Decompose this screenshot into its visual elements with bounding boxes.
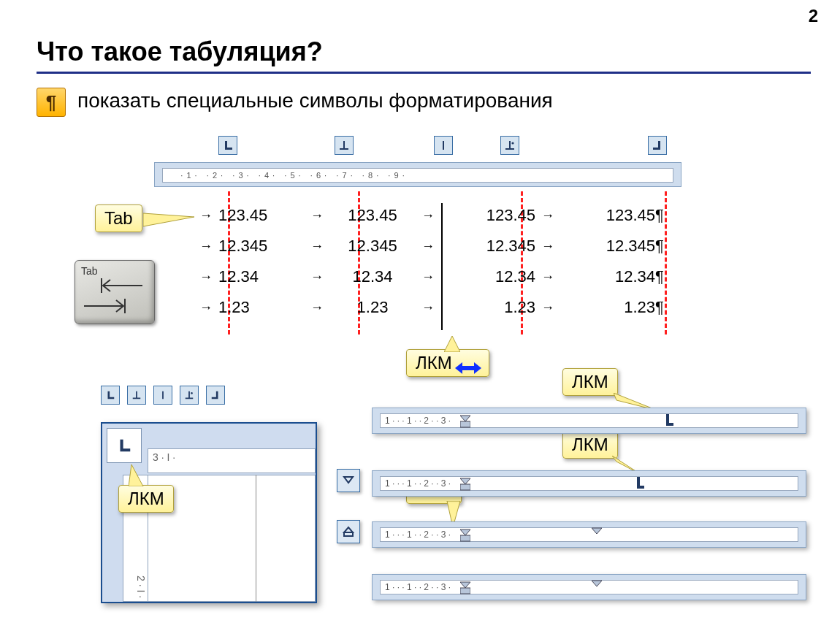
pilcrow-icon (655, 231, 664, 261)
tab-callout: Tab (95, 204, 142, 232)
ruler-example-2: 1 · · · 1 · · 2 · · 3 · (372, 470, 806, 497)
pilcrow-icon (655, 200, 664, 231)
indent-marker-icon (460, 410, 470, 430)
tabstop-selector-button[interactable] (107, 428, 142, 463)
cell: 123.45 (560, 200, 655, 231)
cell: 1.23 (440, 292, 535, 323)
cell: 123.45 (218, 200, 305, 231)
tab-arrow-icon: → (194, 231, 218, 261)
tab-arrow-icon: → (194, 292, 218, 323)
table-row: → 12.345 → 12.345 → 12.345 → 12.345 (194, 231, 690, 261)
svg-rect-19 (460, 421, 470, 427)
page-title: Что такое табуляция? (37, 37, 323, 67)
ruler-ticks: 1 · · · 1 · · 2 · · 3 · (380, 580, 798, 594)
tab-arrow-icon: → (416, 292, 440, 323)
svg-marker-7 (455, 362, 481, 374)
tabkey-label: Tab (81, 265, 98, 277)
double-arrow-icon (455, 358, 480, 368)
table-row: → 12.34 → 12.34 → 12.34 → 12.34 (194, 261, 690, 292)
tab-arrow-icon: → (305, 261, 329, 292)
callout-tail (444, 336, 460, 352)
callout-tail-tab (143, 210, 194, 229)
cell: 123.45 (329, 200, 416, 231)
svg-marker-20 (460, 478, 470, 484)
svg-marker-15 (344, 477, 353, 483)
tab-left-icon (101, 386, 120, 405)
svg-rect-26 (460, 588, 470, 594)
svg-marker-14 (129, 464, 143, 486)
svg-marker-17 (344, 527, 353, 532)
first-line-indent-icon (337, 469, 360, 492)
svg-marker-22 (460, 529, 470, 535)
tabstop-icon-row (101, 386, 225, 405)
page-number: 2 (809, 6, 818, 26)
pilcrow-icon (655, 292, 664, 323)
table-row: → 1.23 → 1.23 → 1.23 → 1.23 (194, 292, 690, 323)
tab-bar-icon (153, 386, 172, 405)
cell: 1.23 (560, 292, 655, 323)
svg-marker-27 (592, 581, 602, 586)
cell: 12.34 (329, 261, 416, 292)
svg-point-1 (511, 142, 513, 144)
title-underline (37, 72, 811, 74)
show-formatting-button[interactable]: ¶ (37, 88, 66, 117)
cell: 12.34 (560, 261, 655, 292)
ruler-example-1: 1 · · · 1 · · 2 · · 3 · (372, 408, 806, 434)
svg-rect-23 (460, 535, 470, 541)
ruler-corner-block: 3 · I · 2 · I · (101, 422, 317, 603)
tab-arrow-icon: → (535, 292, 560, 323)
table-row: → 123.45 → 123.45 → 123.45 → 123.45 (194, 200, 690, 231)
tab-bar-icon (434, 136, 453, 155)
lkm-callout-1: ЛКМ (562, 368, 618, 396)
tab-arrow-icon: → (535, 200, 560, 231)
ruler-ticks: · 1 · · 2 · · 3 · · 4 · · 5 · · 6 · · 7 … (166, 171, 405, 180)
tab-left-icon (218, 136, 237, 155)
tab-center-icon (335, 136, 354, 155)
tab-arrow-icon: → (535, 261, 560, 292)
cell: 123.45 (440, 200, 535, 231)
svg-marker-25 (460, 582, 470, 588)
ruler-example-4: 1 · · · 1 · · 2 · · 3 · (372, 574, 806, 600)
subtitle: показать специальные символы форматирова… (77, 89, 553, 112)
tabstop-marker-icon (665, 410, 675, 430)
tab-arrow-icon: → (194, 200, 218, 231)
tab-data-grid: → 123.45 → 123.45 → 123.45 → 123.45 → 12… (194, 200, 690, 323)
svg-rect-12 (162, 391, 164, 399)
tab-decimal-icon (500, 136, 519, 155)
tab-arrow-icon: → (194, 261, 218, 292)
svg-rect-0 (443, 141, 444, 150)
tab-key-graphic: Tab (75, 260, 155, 324)
tab-arrow-icon: → (416, 200, 440, 231)
tab-right-icon (648, 136, 667, 155)
cell: 12.345 (440, 231, 535, 261)
indent-marker-icon (460, 576, 470, 597)
tabstop-marker-icon (635, 473, 646, 493)
ruler-top: · 1 · · 2 · · 3 · · 4 · · 5 · · 6 · · 7 … (154, 162, 681, 187)
tab-arrow-icon: → (305, 292, 329, 323)
ruler-ticks: 1 · · · 1 · · 2 · · 3 · (380, 527, 798, 542)
cell: 1.23 (329, 292, 416, 323)
tab-arrow-icon: → (416, 231, 440, 261)
svg-point-13 (191, 392, 193, 394)
tab-center-icon (127, 386, 146, 405)
lkm-callout-2: ЛКМ (562, 431, 618, 459)
ruler-ticks: 1 · · · 1 · · 2 · · 3 · (380, 413, 798, 428)
lkm-drag-callout: ЛКМ (406, 349, 489, 377)
first-line-marker-icon (592, 576, 602, 597)
tab-decimal-icon (180, 386, 199, 405)
svg-marker-2 (143, 213, 194, 226)
corner-h-ruler: 3 · I · (148, 448, 316, 473)
cell: 12.345 (218, 231, 305, 261)
svg-marker-24 (592, 528, 602, 534)
svg-marker-18 (460, 416, 470, 421)
cell: 12.34 (218, 261, 305, 292)
tab-arrow-icon: → (535, 231, 560, 261)
ruler-example-3: 1 · · · 1 · · 2 · · 3 · (372, 521, 806, 548)
tab-arrow-icon: → (305, 231, 329, 261)
svg-rect-21 (460, 484, 470, 490)
lkm-label: ЛКМ (416, 353, 452, 373)
ruler-ticks: 1 · · · 1 · · 2 · · 3 · (380, 476, 798, 491)
hanging-indent-icon (337, 520, 360, 543)
indent-marker-icon (460, 524, 470, 544)
tab-right-icon (206, 386, 225, 405)
